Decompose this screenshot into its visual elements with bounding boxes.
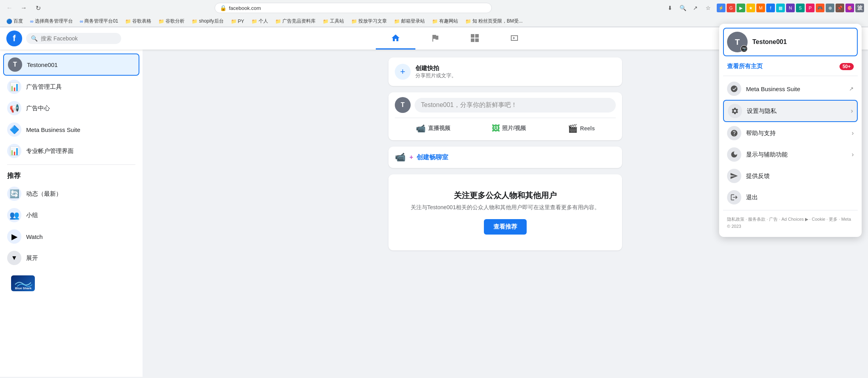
groups-icon: 👥	[7, 208, 21, 222]
dropdown-meta-business[interactable]: Meta Business Suite ↗	[723, 78, 858, 99]
sidebar-item-pro-account[interactable]: 📊 专业帐户管理界面	[3, 141, 139, 161]
sidebar-expand[interactable]: ▼ 展开	[3, 248, 139, 268]
dropdown-footer: 隐私政策 · 服务条款 · 广告 · Ad Choices ▶ · Cookie…	[723, 213, 858, 233]
account-dropdown: T 📷 Testone001 查看所有主页 50+ Meta Business …	[719, 24, 862, 237]
post-top-row: T Testone001，分享你的新鲜事吧！	[395, 97, 616, 113]
zoom-button[interactable]: 🔍	[677, 2, 688, 13]
create-room-card[interactable]: 📹 + 创建畅聊室	[388, 147, 622, 168]
blue-shark-item[interactable]: Blue Shark	[7, 272, 135, 294]
bookmark-biz-platform-01[interactable]: ∞ 商务管理平台01	[78, 17, 121, 25]
sidebar-item-groups[interactable]: 👥 小组	[3, 205, 139, 225]
story-subtitle: 分享照片或文字。	[415, 72, 457, 79]
ad-center-icon: 📢	[7, 101, 21, 115]
ext-11[interactable]: 🎮	[816, 4, 824, 12]
sidebar-label-ad-center: 广告中心	[26, 105, 50, 112]
reels-button[interactable]: 🎬 Reels	[563, 121, 600, 136]
search-box[interactable]: 🔍	[26, 33, 121, 44]
address-bar[interactable]: 🔒 facebook.com	[215, 3, 492, 13]
avatar-camera-icon: 📷	[740, 45, 748, 52]
reels-icon: 🎬	[568, 124, 578, 133]
dropdown-settings-privacy[interactable]: 设置与隐私 ›	[723, 100, 858, 122]
bookmark-personal[interactable]: 📁 个人	[249, 17, 270, 25]
ext-14[interactable]: 🎯	[845, 4, 854, 12]
bookmark-baidu[interactable]: 🔵 百度	[4, 17, 25, 25]
ext-5[interactable]: M	[756, 4, 765, 12]
bookmark-py[interactable]: 📁 PY	[228, 18, 247, 25]
sidebar-item-watch[interactable]: ▶ Watch	[3, 226, 139, 247]
sidebar-item-ad-manager[interactable]: 📊 广告管理工具	[3, 76, 139, 97]
bookmark-tools[interactable]: 📁 工具站	[320, 17, 346, 25]
ext-13[interactable]: 📌	[836, 4, 844, 12]
see-all-pages-row[interactable]: 查看所有主页 50+	[723, 59, 858, 73]
see-recommendations-button[interactable]: 查看推荐	[484, 219, 527, 235]
sidebar-label-groups: 小组	[26, 212, 38, 219]
bookmark-shopify[interactable]: 📁 shopify后台	[189, 17, 226, 25]
meta-business-icon: 🔷	[7, 122, 21, 137]
refresh-button[interactable]: ↻	[32, 2, 44, 13]
bookmark-google-analytics[interactable]: 📁 谷歌分析	[156, 17, 187, 25]
forward-button[interactable]: →	[18, 2, 29, 13]
post-input-field[interactable]: Testone001，分享你的新鲜事吧！	[415, 98, 616, 113]
live-video-icon: 📹	[416, 124, 426, 133]
create-story-button[interactable]: + 创建快拍 分享照片或文字。	[395, 64, 616, 80]
photo-video-button[interactable]: 🖼 照片/视频	[487, 121, 531, 136]
dropdown-display-accessibility[interactable]: 显示与辅助功能 ›	[723, 144, 858, 165]
ext-6[interactable]: f	[766, 4, 775, 12]
dropdown-user-profile[interactable]: T 📷 Testone001	[723, 28, 858, 56]
ext-9[interactable]: S	[796, 4, 805, 12]
ext-12[interactable]: ⊕	[826, 4, 834, 12]
bookmark-zhifans[interactable]: 📁 知 粉丝页受限，BM受...	[463, 17, 525, 25]
bookmark-interesting[interactable]: 📁 有趣网站	[430, 17, 461, 25]
share-button[interactable]: ↗	[690, 2, 701, 13]
see-all-label: 查看所有主页	[727, 63, 763, 70]
svg-rect-0	[471, 34, 474, 38]
live-video-button[interactable]: 📹 直播视频	[411, 121, 455, 136]
left-sidebar: T Testone001 📊 广告管理工具 📢 广告中心 🔷 Meta Busi…	[0, 50, 143, 377]
sidebar-user-profile[interactable]: T Testone001	[3, 53, 139, 76]
facebook-logo[interactable]: f	[6, 31, 22, 46]
personal-icon: 📁	[251, 19, 257, 24]
ext-10[interactable]: P	[806, 4, 815, 12]
browser-chrome: ← → ↻ 🔒 facebook.com ⬇ 🔍 ↗ ☆ ⚡ G ▶ ★ M f…	[0, 0, 868, 27]
help-menu-label: 帮助与支持	[746, 130, 847, 137]
sidebar-section-recommended: 推荐	[3, 168, 139, 183]
ext-8[interactable]: N	[786, 4, 795, 12]
ext-3[interactable]: ▶	[737, 4, 745, 12]
bookmark-email[interactable]: 📁 邮箱登录站	[392, 17, 427, 25]
dropdown-logout[interactable]: 退出	[723, 187, 858, 208]
baidu-icon: 🔵	[6, 19, 12, 24]
story-text: 创建快拍 分享照片或文字。	[415, 65, 457, 79]
bookmark-google-sheets[interactable]: 📁 谷歌表格	[123, 17, 154, 25]
nav-flag[interactable]	[415, 27, 455, 50]
back-button[interactable]: ←	[4, 2, 15, 13]
dropdown-help-support[interactable]: 帮助与支持 ›	[723, 123, 858, 143]
nav-ads[interactable]	[495, 27, 534, 50]
dropdown-feedback[interactable]: 提供反馈	[723, 166, 858, 186]
bookmark-biz-platform-select[interactable]: ∞ 选择商务管理平台	[28, 17, 75, 25]
sidebar-item-ad-center[interactable]: 📢 广告中心	[3, 98, 139, 118]
ext-7[interactable]: ▦	[776, 4, 785, 12]
nav-marketplace[interactable]	[455, 27, 495, 50]
shopify-icon: 📁	[192, 19, 198, 24]
photo-video-icon: 🖼	[492, 124, 500, 133]
py-icon: 📁	[231, 19, 237, 24]
ad-manager-icon: 📊	[7, 80, 21, 94]
dropdown-avatar: T 📷	[727, 32, 748, 52]
bookmark-ad-library[interactable]: 📁 广告竞品资料库	[273, 17, 318, 25]
download-button[interactable]: ⬇	[664, 2, 676, 13]
ext-1[interactable]: ⚡	[717, 4, 725, 12]
ext-2[interactable]: G	[727, 4, 735, 12]
bookmark-learning[interactable]: 📁 投放学习文章	[349, 17, 389, 25]
search-input[interactable]	[41, 35, 112, 42]
bookmark-button[interactable]: ☆	[702, 2, 714, 13]
sidebar-item-activity[interactable]: 🔄 动态（最新）	[3, 183, 139, 204]
activity-icon: 🔄	[7, 187, 21, 201]
sidebar-user-avatar: T	[8, 57, 22, 72]
ext-4[interactable]: ★	[746, 4, 755, 12]
ext-user[interactable]: 波	[855, 4, 864, 12]
nav-home[interactable]	[376, 27, 415, 50]
sidebar-item-meta-business[interactable]: 🔷 Meta Business Suite	[3, 119, 139, 140]
sheets-icon: 📁	[125, 19, 131, 24]
help-menu-icon	[727, 126, 741, 140]
feedback-menu-label: 提供反馈	[746, 172, 854, 180]
